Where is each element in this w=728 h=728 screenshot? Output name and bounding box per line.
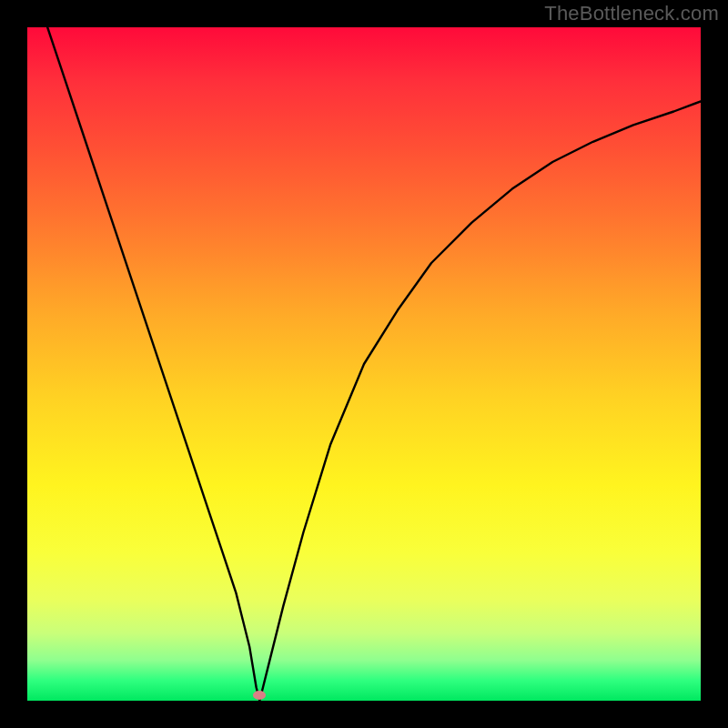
watermark-text: TheBottleneck.com bbox=[544, 2, 719, 25]
cusp-marker-icon bbox=[253, 691, 266, 700]
chart-frame: TheBottleneck.com bbox=[0, 0, 728, 728]
plot-area bbox=[27, 27, 701, 701]
bottleneck-curve bbox=[27, 27, 701, 701]
